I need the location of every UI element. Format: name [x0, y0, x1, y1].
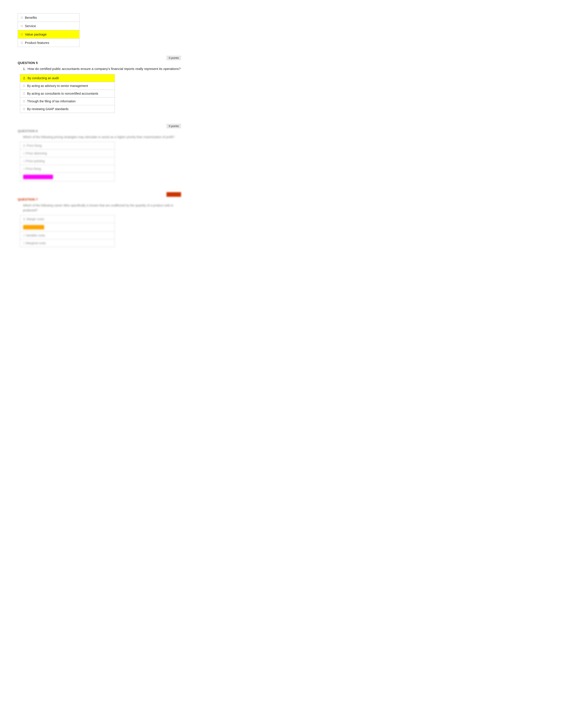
question-5-answers: 2. By conducting an audit □ By acting as…	[20, 74, 115, 113]
answer-row-consultants[interactable]: □ By acting as consultants to noncertifi…	[20, 90, 115, 98]
question-5-body: How do certified public accountants ensu…	[28, 67, 180, 71]
radio-icon-filing: □	[23, 99, 25, 103]
question-6-points: 0 points	[166, 124, 181, 128]
q6-answer-row-2: □ Price skimming	[20, 150, 115, 157]
radio-icon-service: □	[21, 24, 23, 28]
answer-consultants-text: By acting as consultants to noncertified…	[27, 92, 98, 95]
question-5-number: 1.	[23, 67, 26, 71]
choice-product-label: Product features	[25, 41, 49, 45]
q7-answer-1-text: Margin costs	[27, 217, 44, 221]
question-5-text: 1. How do certified public accountants e…	[23, 66, 181, 71]
q7-answer-row-4: □ Marginal costs	[20, 239, 115, 247]
answer-advisory-text: By acting as advisory to senior manageme…	[27, 84, 88, 88]
question-5-points: 0 points	[166, 56, 181, 60]
question-7-points-badge: 0 points	[18, 192, 181, 196]
q7-radio-4: □	[23, 241, 25, 245]
q7-answer-1-number: 2.	[23, 217, 26, 221]
q6-answer-row-3: □ Price pointing	[20, 157, 115, 165]
question-6-body: Which of the following pricing strategie…	[23, 135, 174, 139]
radio-icon-advisory: □	[23, 84, 25, 87]
radio-icon-gaap: □	[23, 107, 25, 111]
question-6-points-badge: 0 points	[18, 124, 181, 128]
question-7-text: Which of the following career titles spe…	[23, 203, 181, 213]
question-5-label: QUESTION 5	[18, 61, 181, 65]
q7-answer-3-text: Variable costs	[26, 234, 45, 237]
answer-row-conducting-audit[interactable]: 2. By conducting an audit	[20, 74, 115, 82]
choice-product-features[interactable]: □ Product features	[18, 39, 79, 47]
q6-answer-2-text: Price skimming	[26, 152, 47, 155]
q6-pink-highlight-row: ████████████	[20, 173, 115, 181]
radio-icon-value: □	[21, 33, 23, 36]
choice-benefits[interactable]: □ Benefits	[18, 13, 79, 22]
q7-radio-3: □	[23, 234, 25, 237]
answer-row-advisory[interactable]: □ By acting as advisory to senior manage…	[20, 82, 115, 90]
choice-value-label: Value package	[25, 32, 47, 36]
choice-value-package[interactable]: □ Value package	[18, 30, 79, 39]
answer-gaap-text: By reviewing GAAP standards	[27, 107, 68, 111]
q6-answer-1-text: Price fixing	[27, 144, 42, 147]
top-choice-table: □ Benefits □ Service □ Value package □ P…	[18, 13, 79, 47]
q7-orange-highlight-row: ████████	[20, 223, 115, 232]
q6-radio-4: □	[23, 167, 25, 171]
q7-answer-4-text: Marginal costs	[26, 241, 46, 245]
question-7-answers: 2. Margin costs ████████ □ Variable cost…	[20, 215, 115, 247]
q6-answer-1-number: 2.	[23, 144, 26, 147]
radio-icon-benefits: □	[21, 16, 23, 19]
question-6-section: 0 points QUESTION 6 Which of the followi…	[18, 124, 181, 181]
q6-pink-highlight: ████████████	[23, 175, 53, 179]
answer-conducting-audit-text: By conducting an audit	[28, 76, 59, 80]
choice-service-label: Service	[25, 24, 36, 28]
q6-radio-2: □	[23, 152, 25, 155]
q6-answer-4-text: Price fixing	[26, 167, 41, 171]
question-6-answers: 2. Price fixing □ Price skimming □ Price…	[20, 142, 115, 181]
choice-service[interactable]: □ Service	[18, 22, 79, 30]
q7-answer-row-1: 2. Margin costs	[20, 215, 115, 223]
q6-answer-row-4: □ Price fixing	[20, 165, 115, 173]
question-7-body: Which of the following career titles spe…	[23, 204, 173, 212]
question-7-label: QUESTION 7	[18, 197, 181, 201]
question-5-points-badge: 0 points	[18, 56, 181, 60]
question-6-text: Which of the following pricing strategie…	[23, 135, 181, 139]
answer-row-filing-tax[interactable]: □ Through the filing of tax information	[20, 98, 115, 105]
question-7-points: 0 points	[166, 192, 181, 197]
question-5-section: 0 points QUESTION 5 1. How do certified …	[18, 56, 181, 113]
radio-icon-product: □	[21, 41, 23, 44]
q6-answer-row-1: 2. Price fixing	[20, 142, 115, 150]
choice-benefits-label: Benefits	[25, 16, 37, 19]
answer-row-gaap[interactable]: □ By reviewing GAAP standards	[20, 105, 115, 113]
q7-answer-row-3: □ Variable costs	[20, 232, 115, 239]
radio-icon-consultants: □	[23, 92, 25, 95]
q6-answer-3-text: Price pointing	[26, 159, 45, 163]
question-7-section: 0 points QUESTION 7 Which of the followi…	[18, 192, 181, 247]
question-6-label: QUESTION 6	[18, 129, 181, 133]
q7-orange-highlight: ████████	[23, 225, 44, 229]
answer-filing-text: Through the filing of tax information	[27, 99, 75, 103]
q6-radio-3: □	[23, 159, 25, 163]
answer-2-number: 2.	[23, 76, 26, 80]
